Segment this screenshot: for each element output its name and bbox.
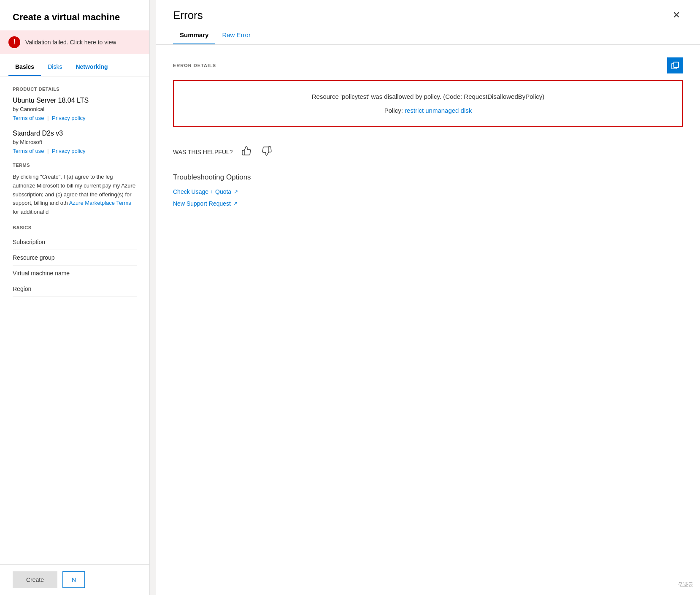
basics-vm-name: Virtual machine name [13,266,137,281]
basics-region: Region [13,281,137,297]
troubleshooting-section: Troubleshooting Options Check Usage + Qu… [156,173,700,207]
basics-resource-group: Resource group [13,250,137,266]
check-usage-quota-link[interactable]: Check Usage + Quota ↗ [173,188,683,195]
errors-title: Errors [173,9,203,22]
nav-tabs: Basics Disks Networking [0,58,149,76]
copy-icon [671,61,679,70]
thumbs-up-button[interactable] [240,144,253,160]
left-panel: Create a virtual machine ! Validation fa… [0,0,150,595]
separator-ubuntu: | [47,115,50,121]
errors-panel: Errors ✕ Summary Raw Error ERROR DETAILS… [156,0,700,595]
terms-of-use-link-ubuntu[interactable]: Terms of use [13,115,44,121]
privacy-policy-link-ubuntu[interactable]: Privacy policy [52,115,85,121]
troubleshooting-title: Troubleshooting Options [173,173,683,182]
divider [173,137,683,137]
error-message: Resource 'policytest' was disallowed by … [187,93,669,100]
separator-d2s: | [47,148,50,154]
basics-label: BASICS [13,225,137,230]
close-button[interactable]: ✕ [670,8,683,22]
error-details-label: ERROR DETAILS [173,63,216,68]
terms-label: TERMS [0,163,149,168]
product-by-microsoft: by Microsoft [0,139,149,145]
policy-prefix: Policy: [384,107,403,114]
policy-link[interactable]: restrict unmanaged disk [405,107,472,114]
product-name-d2s: Standard D2s v3 [0,130,149,137]
thumbs-up-icon [241,146,251,156]
error-box: Resource 'policytest' was disallowed by … [173,80,683,127]
error-details-header: ERROR DETAILS [173,57,683,73]
tab-raw-error[interactable]: Raw Error [215,26,257,44]
product-name-ubuntu: Ubuntu Server 18.04 LTS [0,97,149,104]
error-policy: Policy: restrict unmanaged disk [187,107,669,114]
svg-rect-1 [674,62,678,68]
copy-button[interactable] [667,57,683,73]
terms-text: By clicking "Create", I (a) agree to the… [13,173,137,217]
thumbs-down-button[interactable] [260,144,273,160]
privacy-policy-link-d2s[interactable]: Privacy policy [52,148,85,154]
watermark: 亿迹云 [678,581,693,588]
terms-of-use-link-d2s[interactable]: Terms of use [13,148,44,154]
product-details-label: PRODUCT DETAILS [0,87,149,92]
validation-bar[interactable]: ! Validation failed. Click here to view [0,30,149,54]
terms-section: By clicking "Create", I (a) agree to the… [0,173,149,217]
create-bar: Create N [0,564,150,595]
error-details-section: ERROR DETAILS Resource 'policytest' was … [156,57,700,127]
basics-section: BASICS Subscription Resource group Virtu… [0,225,149,297]
next-button[interactable]: N [62,571,85,588]
validation-error-icon: ! [8,36,20,48]
azure-marketplace-terms-link[interactable]: Azure Marketplace Terms [69,200,131,206]
external-link-icon-2: ↗ [233,201,238,206]
helpful-text: WAS THIS HELPFUL? [173,149,233,155]
errors-tabs: Summary Raw Error [156,26,700,45]
helpful-section: WAS THIS HELPFUL? [156,144,700,160]
tab-summary[interactable]: Summary [173,26,215,44]
external-link-icon-1: ↗ [234,189,238,195]
thumbs-down-icon [262,146,272,156]
product-links-d2s: Terms of use | Privacy policy [0,148,149,154]
product-by-canonical: by Canonical [0,106,149,112]
create-button[interactable]: Create [13,571,57,588]
basics-subscription: Subscription [13,234,137,250]
product-links-ubuntu: Terms of use | Privacy policy [0,115,149,121]
page-title: Create a virtual machine [0,0,149,30]
tab-basics[interactable]: Basics [8,58,41,76]
new-support-request-link[interactable]: New Support Request ↗ [173,200,683,207]
tab-networking[interactable]: Networking [69,58,114,76]
errors-header: Errors ✕ [156,0,700,22]
validation-text: Validation failed. Click here to view [25,39,116,46]
tab-disks[interactable]: Disks [41,58,69,76]
